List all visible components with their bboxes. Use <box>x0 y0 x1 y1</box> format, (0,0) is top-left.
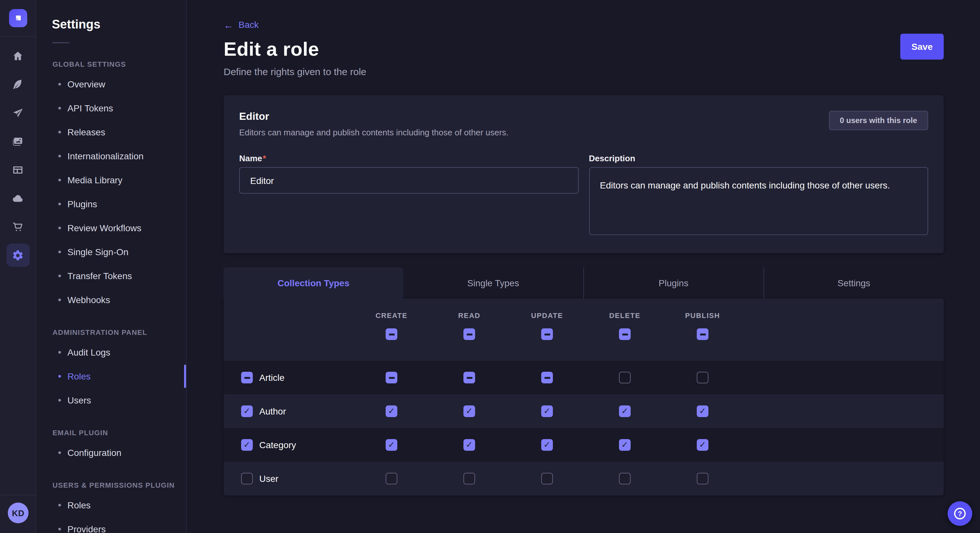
page-title: Edit a role <box>224 38 319 60</box>
sidebar-item-media-library[interactable]: Media Library <box>36 168 186 192</box>
article-create-checkbox[interactable] <box>386 372 397 383</box>
sidebar-item-single-sign-on[interactable]: Single Sign-On <box>36 240 186 263</box>
avatar[interactable]: KD <box>8 503 29 523</box>
select-all-update-checkbox[interactable] <box>541 328 553 340</box>
sidebar-item-overview[interactable]: Overview <box>36 72 186 96</box>
bullet-icon <box>58 250 61 253</box>
bullet-icon <box>58 154 61 157</box>
home-icon[interactable] <box>6 44 30 67</box>
rail-bottom: KD <box>0 495 36 533</box>
permissions-tabs: Collection Types Single Types Plugins Se… <box>224 268 944 298</box>
feather-icon[interactable] <box>6 73 30 96</box>
help-button[interactable]: ? <box>948 501 972 526</box>
main-content: ← Back Edit a role Save Define the right… <box>187 0 980 533</box>
settings-sidebar: Settings GLOBAL SETTINGS Overview API To… <box>36 0 187 533</box>
article-update-checkbox[interactable] <box>541 372 553 383</box>
sidebar-item-api-tokens[interactable]: API Tokens <box>36 96 186 120</box>
author-update-checkbox[interactable] <box>541 405 553 417</box>
sidebar-item-up-roles[interactable]: Roles <box>36 493 186 517</box>
bullet-icon <box>58 451 61 454</box>
select-all-delete-checkbox[interactable] <box>619 328 631 340</box>
category-update-checkbox[interactable] <box>541 439 553 451</box>
sidebar-item-label: Media Library <box>67 174 123 185</box>
author-publish-checkbox[interactable] <box>697 405 708 417</box>
row-checkbox[interactable] <box>241 439 253 451</box>
article-publish-checkbox[interactable] <box>697 372 708 383</box>
user-publish-checkbox[interactable] <box>697 473 708 484</box>
article-read-checkbox[interactable] <box>463 372 475 383</box>
sidebar-item-releases[interactable]: Releases <box>36 120 186 144</box>
back-link[interactable]: Back <box>239 19 259 30</box>
sidebar-item-transfer-tokens[interactable]: Transfer Tokens <box>36 263 186 287</box>
bullet-icon <box>58 202 61 205</box>
author-create-checkbox[interactable] <box>386 405 397 417</box>
sidebar-item-internationalization[interactable]: Internationalization <box>36 144 186 168</box>
sidebar-item-review-workflows[interactable]: Review Workflows <box>36 216 186 240</box>
name-label: Name* <box>239 154 579 163</box>
user-create-checkbox[interactable] <box>386 473 397 484</box>
category-read-checkbox[interactable] <box>463 439 475 451</box>
cloud-icon[interactable] <box>6 187 30 210</box>
sidebar-item-audit-logs[interactable]: Audit Logs <box>36 340 186 364</box>
permission-row-user: User <box>224 462 944 495</box>
category-create-checkbox[interactable] <box>386 439 397 451</box>
author-delete-checkbox[interactable] <box>619 405 631 417</box>
user-delete-checkbox[interactable] <box>619 473 631 484</box>
column-header-create: CREATE <box>375 311 407 319</box>
sidebar-item-label: Providers <box>67 523 106 533</box>
layout-icon[interactable] <box>6 158 30 181</box>
role-description-text: Editors can manage and publish contents … <box>239 128 509 137</box>
sidebar-item-label: Single Sign-On <box>67 246 128 257</box>
section-heading: GLOBAL SETTINGS <box>52 60 186 68</box>
images-icon[interactable] <box>6 130 30 153</box>
sidebar-item-users[interactable]: Users <box>36 388 186 412</box>
paper-plane-icon[interactable] <box>6 101 30 124</box>
sidebar-item-label: Configuration <box>67 447 121 458</box>
row-checkbox[interactable] <box>241 473 253 484</box>
users-with-role-button[interactable]: 0 users with this role <box>829 111 928 130</box>
gear-icon[interactable] <box>6 244 30 267</box>
strapi-logo[interactable] <box>9 9 27 27</box>
row-checkbox[interactable] <box>241 372 253 383</box>
bullet-icon <box>58 82 61 85</box>
select-all-read-checkbox[interactable] <box>463 328 475 340</box>
permission-row-category: Category <box>224 428 944 462</box>
category-publish-checkbox[interactable] <box>697 439 708 451</box>
sidebar-item-label: API Tokens <box>67 103 113 113</box>
back-button[interactable]: ← Back <box>224 19 259 30</box>
tab-collection-types[interactable]: Collection Types <box>224 268 404 298</box>
sidebar-item-label: Webhooks <box>67 294 110 305</box>
app-root: KD Settings GLOBAL SETTINGS Overview API… <box>0 0 980 533</box>
section-users-permissions-plugin: USERS & PERMISSIONS PLUGIN Roles Provide… <box>36 481 186 533</box>
bullet-icon <box>58 298 61 301</box>
user-read-checkbox[interactable] <box>463 473 475 484</box>
category-delete-checkbox[interactable] <box>619 439 631 451</box>
name-input[interactable] <box>239 167 579 194</box>
tab-plugins[interactable]: Plugins <box>583 268 764 298</box>
tab-single-types[interactable]: Single Types <box>404 268 583 298</box>
sidebar-item-up-providers[interactable]: Providers <box>36 517 186 533</box>
article-delete-checkbox[interactable] <box>619 372 631 383</box>
sidebar-item-configuration[interactable]: Configuration <box>36 440 186 464</box>
user-update-checkbox[interactable] <box>541 473 553 484</box>
save-button[interactable]: Save <box>900 34 944 60</box>
sidebar-item-label: Audit Logs <box>67 347 110 357</box>
section-administration-panel: ADMINISTRATION PANEL Audit Logs Roles Us… <box>36 328 186 412</box>
section-global-settings: GLOBAL SETTINGS Overview API Tokens Rele… <box>36 60 186 311</box>
back-arrow-icon: ← <box>224 20 233 30</box>
select-all-create-checkbox[interactable] <box>386 328 397 340</box>
description-textarea[interactable]: Editors can manage and publish contents … <box>589 167 928 235</box>
sidebar-item-plugins[interactable]: Plugins <box>36 192 186 216</box>
cart-icon[interactable] <box>6 215 30 238</box>
sidebar-item-roles[interactable]: Roles <box>36 364 186 388</box>
tab-settings[interactable]: Settings <box>764 268 944 298</box>
author-read-checkbox[interactable] <box>463 405 475 417</box>
column-header-publish: PUBLISH <box>685 311 720 319</box>
help-icon: ? <box>954 508 966 519</box>
select-all-publish-checkbox[interactable] <box>697 328 708 340</box>
row-checkbox[interactable] <box>241 405 253 417</box>
sidebar-item-webhooks[interactable]: Webhooks <box>36 287 186 311</box>
role-details-card: Editor Editors can manage and publish co… <box>224 95 944 253</box>
sidebar-item-label: Users <box>67 395 91 405</box>
page-subtitle: Define the rights given to the role <box>224 66 944 77</box>
